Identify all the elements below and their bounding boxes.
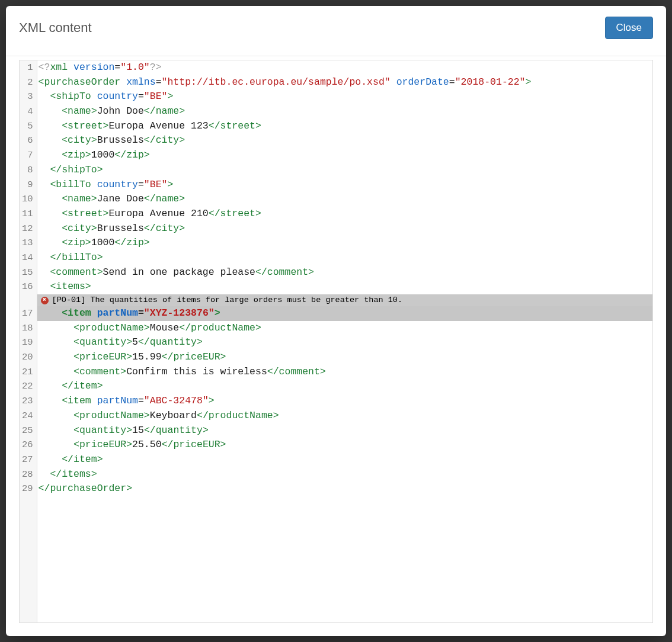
code-line[interactable]: <city>Brussels</city> (37, 222, 652, 236)
code-content[interactable]: <?xml version="1.0"?><purchaseOrder xmln… (37, 60, 652, 622)
code-line[interactable]: </billTo> (37, 251, 652, 265)
line-number: 20 (22, 350, 33, 365)
code-line[interactable]: <comment>Confirm this is wireless</comme… (37, 365, 652, 380)
line-number: 13 (22, 236, 33, 251)
code-line[interactable]: </items> (37, 467, 652, 482)
line-number: 14 (22, 251, 33, 265)
code-line[interactable]: </item> (37, 379, 652, 394)
line-number: 19 (22, 335, 33, 350)
line-number: 12 (22, 222, 33, 236)
code-line[interactable]: <item partNum="ABC-32478"> (37, 394, 652, 409)
line-number: 7 (22, 148, 33, 163)
code-line[interactable]: <productName>Keyboard</productName> (37, 409, 652, 423)
modal-title: XML content (19, 20, 92, 36)
line-number: 26 (22, 438, 33, 452)
code-line[interactable]: <item partNum="XYZ-123876"> (37, 306, 652, 321)
line-number: 8 (22, 163, 33, 178)
line-number: 16 (22, 280, 33, 294)
line-number: 18 (22, 321, 33, 336)
code-line[interactable]: <productName>Mouse</productName> (37, 321, 652, 336)
line-number: 10 (22, 192, 33, 207)
line-number-gutter: 1234567891011121314151617181920212223242… (20, 60, 37, 622)
line-number: 23 (22, 394, 33, 409)
line-number: 9 (22, 178, 33, 192)
code-line[interactable]: </shipTo> (37, 163, 652, 178)
line-number: 28 (22, 467, 33, 482)
line-number: 22 (22, 379, 33, 394)
line-number: 2 (22, 75, 33, 90)
code-line[interactable]: <name>John Doe</name> (37, 104, 652, 119)
line-number: 21 (22, 365, 33, 380)
code-line[interactable]: <purchaseOrder xmlns="http://itb.ec.euro… (37, 75, 652, 90)
line-number: 25 (22, 423, 33, 438)
line-number: 24 (22, 409, 33, 423)
code-line[interactable]: </purchaseOrder> (37, 482, 652, 496)
line-number: 6 (22, 133, 33, 148)
code-line[interactable]: <name>Jane Doe</name> (37, 192, 652, 207)
code-line[interactable]: <city>Brussels</city> (37, 133, 652, 148)
code-editor[interactable]: 1234567891011121314151617181920212223242… (19, 60, 653, 623)
code-line[interactable]: <items> (37, 280, 652, 294)
line-number: 17 (22, 306, 33, 321)
line-number: 1 (22, 60, 33, 75)
line-number: 3 (22, 89, 33, 104)
code-line[interactable]: <comment>Send in one package please</com… (37, 265, 652, 280)
line-number: 27 (22, 452, 33, 467)
line-number: 11 (22, 207, 33, 222)
error-annotation-text: [PO-01] The quantities of items for larg… (52, 294, 402, 306)
close-button[interactable]: Close (605, 17, 653, 39)
code-line[interactable]: <shipTo country="BE"> (37, 89, 652, 104)
code-line[interactable]: <quantity>15</quantity> (37, 423, 652, 438)
code-line[interactable]: <street>Europa Avenue 123</street> (37, 119, 652, 134)
line-number: 5 (22, 119, 33, 134)
code-line[interactable]: <?xml version="1.0"?> (37, 60, 652, 75)
modal-header: XML content Close (6, 6, 666, 56)
code-line[interactable]: <zip>1000</zip> (37, 236, 652, 251)
line-number: 4 (22, 104, 33, 119)
code-line[interactable]: </item> (37, 452, 652, 467)
code-line[interactable]: <quantity>5</quantity> (37, 335, 652, 350)
code-line[interactable]: <priceEUR>15.99</priceEUR> (37, 350, 652, 365)
error-annotation[interactable]: ✖[PO-01] The quantities of items for lar… (37, 294, 652, 306)
code-line[interactable]: <zip>1000</zip> (37, 148, 652, 163)
code-line[interactable]: <street>Europa Avenue 210</street> (37, 207, 652, 222)
modal-dialog: XML content Close 1234567891011121314151… (6, 6, 666, 636)
line-number: 15 (22, 265, 33, 280)
code-line[interactable]: <priceEUR>25.50</priceEUR> (37, 438, 652, 452)
error-icon: ✖ (41, 297, 49, 304)
code-line[interactable]: <billTo country="BE"> (37, 178, 652, 192)
editor-wrap: 1234567891011121314151617181920212223242… (6, 56, 666, 636)
line-number: 29 (22, 482, 33, 496)
